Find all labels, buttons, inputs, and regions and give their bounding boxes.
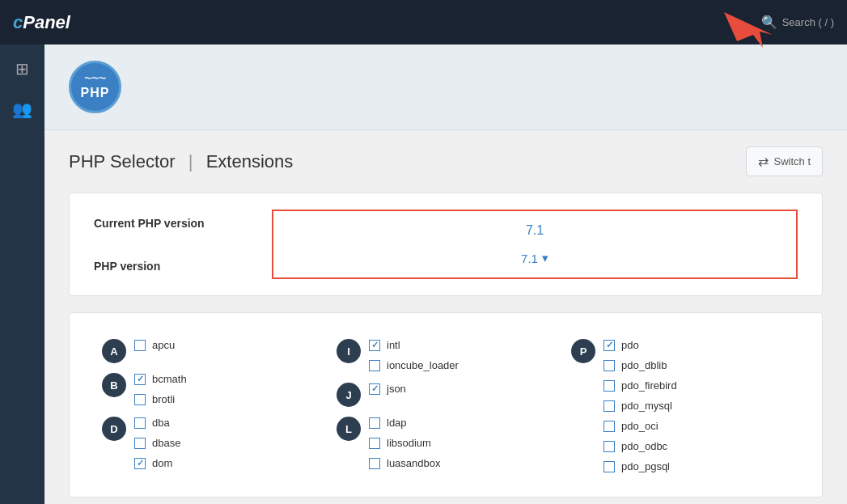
main-content: 〜〜〜 PHP PHP Selector | Extensions ⇄ Swit… — [44, 44, 847, 504]
php-icon: 〜〜〜 PHP — [69, 61, 121, 113]
list-item: apcu — [134, 337, 175, 353]
current-php-value: 7.1 — [526, 223, 544, 238]
page-title-bar: PHP Selector | Extensions ⇄ Switch t — [69, 146, 823, 176]
list-item: dbase — [134, 435, 180, 451]
list-item: pdo_mysql — [603, 398, 677, 413]
extensions-panel: AapcuBbcmathbrotliDdbadbasedomIintlioncu… — [69, 312, 823, 498]
letter-badge-P: P — [571, 339, 595, 363]
section-I: Iintlioncube_loader — [337, 337, 555, 373]
list-item: json — [369, 381, 406, 396]
ext-items-A: apcu — [134, 337, 175, 353]
page-title: PHP Selector | Extensions — [69, 151, 293, 172]
ext-items-D: dbadbasedom — [134, 415, 180, 471]
version-grid: Current PHP version 7.1 7.1 ▾ PHP versio… — [94, 210, 798, 279]
ext-col-0: AapcuBbcmathbrotliDdbadbasedom — [94, 329, 328, 481]
letter-badge-L: L — [337, 417, 361, 441]
switch-icon: ⇄ — [758, 154, 769, 169]
php-icon-text: PHP — [81, 86, 110, 100]
checkbox-brotli[interactable] — [134, 394, 146, 405]
ext-name-ldap: ldap — [387, 417, 407, 429]
ext-name-ioncube_loader: ioncube_loader — [387, 359, 459, 371]
checkbox-json[interactable] — [369, 383, 380, 395]
list-item: bcmath — [134, 371, 187, 387]
checkbox-pdo_oci[interactable] — [603, 421, 615, 432]
letter-badge-B: B — [102, 373, 126, 397]
ext-name-apcu: apcu — [152, 339, 175, 351]
search-box[interactable]: 🔍 Search ( / ) — [761, 15, 834, 30]
ext-items-P: pdopdo_dblibpdo_firebirdpdo_mysqlpdo_oci… — [603, 337, 677, 474]
checkbox-dba[interactable] — [134, 417, 146, 429]
checkbox-luasandbox[interactable] — [369, 458, 380, 469]
content-area: PHP Selector | Extensions ⇄ Switch t Cur… — [44, 130, 847, 504]
list-item: ldap — [369, 415, 441, 430]
ext-name-pdo_odbc: pdo_odbc — [621, 440, 667, 452]
top-nav: cPanel 🔍 Search ( / ) — [0, 0, 847, 44]
list-item: dba — [134, 415, 180, 430]
php-header: 〜〜〜 PHP — [44, 44, 847, 130]
checkbox-ldap[interactable] — [369, 417, 380, 429]
checkbox-intl[interactable] — [369, 340, 380, 351]
checkbox-dbase[interactable] — [134, 438, 146, 449]
ext-name-pdo_firebird: pdo_firebird — [621, 379, 677, 392]
ext-name-pdo_dblib: pdo_dblib — [621, 359, 667, 371]
current-php-label: Current PHP version — [94, 217, 272, 230]
ext-name-json: json — [387, 383, 406, 395]
checkbox-libsodium[interactable] — [369, 438, 380, 449]
ext-col-2: Ppdopdo_dblibpdo_firebirdpdo_mysqlpdo_oc… — [563, 329, 798, 481]
ext-col-1: Iintlioncube_loaderJjsonLldaplibsodiumlu… — [328, 329, 563, 481]
list-item: intl — [369, 337, 459, 353]
version-panel: Current PHP version 7.1 7.1 ▾ PHP versio… — [69, 193, 823, 296]
php-version-dropdown[interactable]: 7.1 ▾ — [521, 251, 548, 265]
php-version-label: PHP version — [94, 260, 272, 273]
ext-name-dom: dom — [152, 457, 172, 469]
ext-name-intl: intl — [387, 339, 400, 351]
list-item: pdo — [603, 337, 677, 353]
checkbox-dom[interactable] — [134, 458, 146, 469]
letter-badge-A: A — [102, 339, 126, 363]
ext-name-pdo: pdo — [621, 339, 639, 351]
search-icon: 🔍 — [761, 15, 777, 30]
checkbox-pdo_pgsql[interactable] — [603, 461, 615, 472]
cpanel-logo: cPanel — [13, 12, 70, 33]
ext-items-I: intlioncube_loader — [369, 337, 459, 373]
checkbox-pdo_firebird[interactable] — [603, 380, 615, 392]
ext-name-libsodium: libsodium — [387, 437, 431, 449]
ext-name-pdo_oci: pdo_oci — [621, 420, 659, 432]
ext-items-B: bcmathbrotli — [134, 371, 187, 407]
ext-name-bcmath: bcmath — [152, 373, 187, 385]
ext-name-luasandbox: luasandbox — [387, 457, 441, 469]
sidebar-grid-icon[interactable]: ⊞ — [6, 53, 39, 85]
section-L: Lldaplibsodiumluasandbox — [337, 415, 555, 471]
list-item: pdo_pgsql — [603, 459, 677, 474]
section-J: Jjson — [337, 381, 555, 407]
ext-name-pdo_pgsql: pdo_pgsql — [621, 460, 670, 472]
ext-name-brotli: brotli — [152, 393, 175, 405]
list-item: pdo_odbc — [603, 438, 677, 454]
switch-button[interactable]: ⇄ Switch t — [746, 146, 823, 176]
checkbox-pdo_mysql[interactable] — [603, 400, 615, 412]
section-D: Ddbadbasedom — [102, 415, 320, 471]
search-placeholder: Search ( / ) — [782, 16, 834, 28]
checkbox-ioncube_loader[interactable] — [369, 360, 380, 371]
ext-name-dbase: dbase — [152, 437, 180, 449]
checkbox-pdo_dblib[interactable] — [603, 360, 615, 371]
checkbox-pdo_odbc[interactable] — [603, 441, 615, 452]
checkbox-pdo[interactable] — [603, 340, 615, 351]
letter-badge-I: I — [337, 339, 361, 363]
list-item: dom — [134, 455, 180, 471]
list-item: libsodium — [369, 435, 441, 451]
php-arc-icon: 〜〜〜 — [84, 74, 106, 84]
checkbox-bcmath[interactable] — [134, 374, 146, 385]
letter-badge-D: D — [102, 417, 126, 441]
list-item: pdo_oci — [603, 418, 677, 434]
ext-items-J: json — [369, 381, 406, 396]
section-B: Bbcmathbrotli — [102, 371, 320, 407]
sidebar-users-icon[interactable]: 👥 — [6, 93, 39, 125]
letter-badge-J: J — [337, 383, 361, 407]
checkbox-apcu[interactable] — [134, 340, 146, 351]
section-P: Ppdopdo_dblibpdo_firebirdpdo_mysqlpdo_oc… — [571, 337, 790, 474]
ext-name-dba: dba — [152, 417, 170, 429]
list-item: pdo_dblib — [603, 358, 677, 373]
list-item: luasandbox — [369, 455, 441, 471]
list-item: brotli — [134, 392, 187, 407]
